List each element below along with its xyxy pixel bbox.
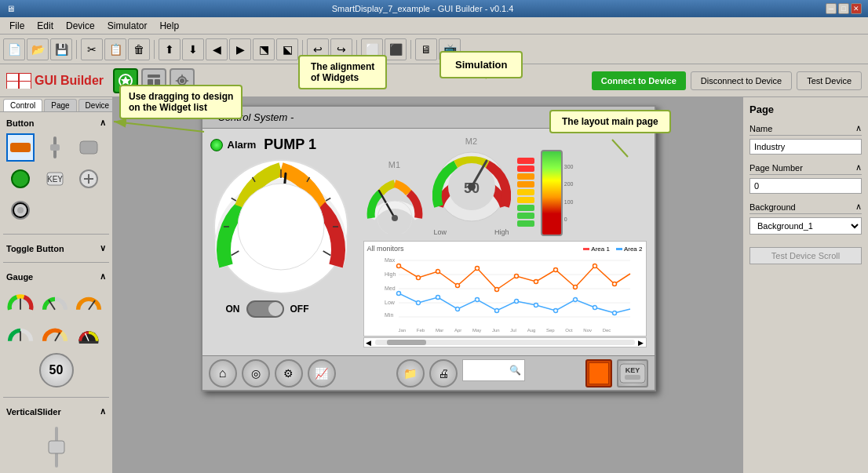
canvas-gear-btn[interactable]: ⚙ [275,359,303,387]
svg-rect-3 [20,82,31,89]
name-section-header[interactable]: Name ∧ [749,122,862,136]
button-section-header[interactable]: Button ∧ [3,115,109,130]
led-yellow-2 [517,197,534,203]
small-gauges-row: M1 [363,136,647,236]
name-input[interactable] [749,139,862,155]
page-number-input[interactable] [749,178,862,194]
disconnect-btn[interactable]: Disconnect to Device [691,71,792,90]
toolbar-align-left[interactable]: ◀ [206,38,228,60]
toolbar-save[interactable]: 💾 [50,38,72,60]
gauge-widget-3[interactable] [75,287,103,315]
svg-line-26 [89,300,95,310]
led-green-3 [517,220,534,227]
maximize-btn[interactable]: □ [838,3,849,14]
canvas-orange-btn[interactable] [585,359,612,387]
gauge-widget-4[interactable] [6,318,35,347]
toolbar-copy[interactable]: 📋 [104,38,126,60]
toolbar-new[interactable]: 📄 [3,38,25,60]
background-section-header[interactable]: Background ∧ [749,200,862,214]
widget-circle-key[interactable]: KEY [41,165,69,193]
widget-btn-orange[interactable] [6,133,35,162]
main-gauge-svg [210,156,352,297]
gauge-widget-6[interactable] [75,318,103,347]
canvas-circle-btn[interactable]: ◎ [242,359,270,387]
menu-simulator[interactable]: Simulator [101,19,154,33]
widget-round-gray[interactable] [75,133,103,162]
canvas-search-box[interactable]: 🔍 [462,359,525,381]
svg-point-84 [455,307,459,311]
gauge-widget-2[interactable] [41,287,69,315]
toolbar-align-down[interactable]: ⬇ [182,38,204,60]
toolbar-monitor[interactable]: 🖥 [415,38,437,60]
canvas-home-btn[interactable]: ⌂ [209,359,237,387]
test-device-btn[interactable]: Test Device [797,71,862,90]
m1-gauge-svg[interactable] [363,171,426,234]
m2-gauge-svg[interactable]: 50 [432,147,511,226]
page-number-section: Page Number ∧ [749,161,862,194]
svg-text:KEY: KEY [625,366,640,374]
widget-knob[interactable] [6,196,35,224]
widget-list-icon-btn[interactable] [113,68,138,93]
toolbar-preview[interactable]: ⬜ [361,38,383,60]
toolbar-align-up[interactable]: ⬆ [159,38,181,60]
connect-to-device-btn[interactable]: Connect to Device [592,71,686,90]
canvas-chart-btn[interactable]: 📈 [308,359,336,387]
gauge-widget-5[interactable] [41,318,69,347]
canvas-key-btn[interactable]: KEY [617,359,648,387]
menu-device[interactable]: Device [60,19,101,33]
toolbar-align-center-v[interactable]: ⬕ [276,38,298,60]
canvas-file-buttons: 📁 🖨 🔍 [396,359,525,387]
test-device-scroll-btn[interactable]: Test Device Scroll [749,247,862,264]
page-number-chevron: ∧ [855,162,862,173]
canvas-print-btn[interactable]: 🖨 [429,359,458,387]
svg-point-87 [514,300,518,304]
gauge-section-header[interactable]: Gauge ∧ [3,269,109,284]
svg-point-51 [392,215,398,221]
canvas-folder-btn[interactable]: 📁 [396,359,425,387]
nav-tab-device[interactable]: Device [78,99,114,111]
gauge-widget-1[interactable] [6,287,35,315]
toolbar-delete[interactable]: 🗑 [128,38,150,60]
gauge-section: Gauge ∧ [0,266,112,394]
minimize-btn[interactable]: ─ [826,3,837,14]
toggle-switch[interactable] [246,300,284,318]
menu-bar: File Edit Device Simulator Help [0,17,868,35]
toggle-section-header[interactable]: Toggle Button ∨ [3,241,109,256]
thermometer: 300 200 100 0 [541,150,563,236]
vslider-section-header[interactable]: VerticalSlider ∧ [3,404,109,419]
main-gauge[interactable] [210,156,352,297]
menu-help[interactable]: Help [153,19,185,33]
menu-file[interactable]: File [3,19,31,33]
widget-toggle-v[interactable] [41,133,69,162]
canvas-body: Alarm PUMP 1 [202,129,655,355]
toolbar-open[interactable]: 📂 [27,38,49,60]
toolbar-fullscreen[interactable]: ⬛ [385,38,407,60]
toolbar-redo[interactable]: ↪ [330,38,352,60]
nav-tab-control[interactable]: Control [3,99,42,111]
toolbar-align-center-h[interactable]: ⬔ [253,38,275,60]
svg-point-15 [12,170,29,187]
chart-scrollbar[interactable]: ◀ ▶ [363,337,647,347]
background-select[interactable]: Background_1 [749,217,862,235]
counter-50-widget[interactable]: 50 [39,353,74,387]
svg-point-10 [181,78,184,82]
toolbar-cut[interactable]: ✂ [81,38,103,60]
layout-icon-btn[interactable] [141,68,166,93]
toolbar-undo[interactable]: ↩ [307,38,329,60]
on-label: ON [226,304,240,315]
vslider-widget[interactable] [47,424,66,471]
chart-area: All monitors Area 1 Area 2 [363,241,647,337]
main-gauge-section: Alarm PUMP 1 [210,136,356,318]
widget-circle-green[interactable] [6,165,35,193]
close-btn[interactable]: ✕ [851,3,862,14]
menu-edit[interactable]: Edit [31,19,60,33]
toolbar-align-right[interactable]: ▶ [229,38,251,60]
toolbar-tv[interactable]: 📺 [439,38,461,60]
widget-plus[interactable] [75,165,103,193]
nav-tab-page[interactable]: Page [44,99,76,111]
scroll-left-btn[interactable]: ◀ [364,339,374,347]
canvas-time-area: 15:20 [602,111,645,124]
settings-icon-btn[interactable] [170,68,195,93]
page-number-section-header[interactable]: Page Number ∧ [749,161,862,175]
scroll-right-btn[interactable]: ▶ [636,339,646,347]
